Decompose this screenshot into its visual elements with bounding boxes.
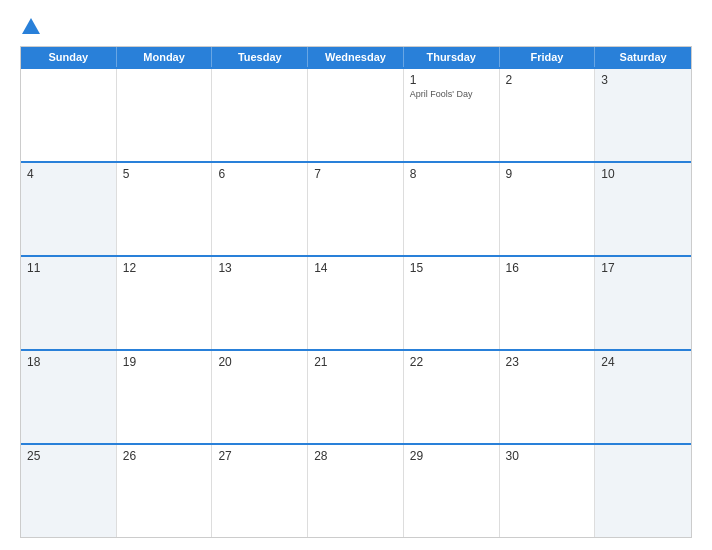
calendar-row: 11121314151617 [21,255,691,349]
day-number: 10 [601,167,685,181]
calendar-cell: 11 [21,257,117,349]
day-number: 22 [410,355,493,369]
day-number: 6 [218,167,301,181]
calendar-cell [308,69,404,161]
day-number: 9 [506,167,589,181]
calendar-cell: 13 [212,257,308,349]
header [20,18,692,36]
weekday-monday: Monday [117,47,213,67]
weekday-tuesday: Tuesday [212,47,308,67]
calendar-page: Sunday Monday Tuesday Wednesday Thursday… [0,0,712,550]
calendar-cell: 5 [117,163,213,255]
calendar-cell: 19 [117,351,213,443]
day-number: 29 [410,449,493,463]
weekday-wednesday: Wednesday [308,47,404,67]
calendar-cell: 7 [308,163,404,255]
calendar-cell: 25 [21,445,117,537]
day-number: 28 [314,449,397,463]
calendar-row: 45678910 [21,161,691,255]
calendar-cell [212,69,308,161]
calendar-row: 1April Fools' Day23 [21,67,691,161]
calendar-cell: 14 [308,257,404,349]
calendar-cell: 22 [404,351,500,443]
calendar-cell [21,69,117,161]
day-number: 4 [27,167,110,181]
weekday-thursday: Thursday [404,47,500,67]
day-number: 26 [123,449,206,463]
event-label: April Fools' Day [410,89,493,101]
calendar-cell [117,69,213,161]
calendar-cell: 8 [404,163,500,255]
calendar-cell: 29 [404,445,500,537]
logo [20,18,40,36]
logo-triangle-icon [22,18,40,34]
day-number: 11 [27,261,110,275]
calendar-cell: 28 [308,445,404,537]
calendar-cell: 12 [117,257,213,349]
calendar-cell: 17 [595,257,691,349]
calendar-cell [595,445,691,537]
calendar-cell: 4 [21,163,117,255]
calendar-cell: 23 [500,351,596,443]
day-number: 3 [601,73,685,87]
day-number: 24 [601,355,685,369]
calendar-cell: 21 [308,351,404,443]
day-number: 15 [410,261,493,275]
day-number: 21 [314,355,397,369]
day-number: 14 [314,261,397,275]
day-number: 27 [218,449,301,463]
calendar-cell: 24 [595,351,691,443]
calendar-cell: 27 [212,445,308,537]
day-number: 5 [123,167,206,181]
calendar-cell: 9 [500,163,596,255]
calendar-cell: 1April Fools' Day [404,69,500,161]
calendar-cell: 15 [404,257,500,349]
day-number: 19 [123,355,206,369]
day-number: 20 [218,355,301,369]
calendar-cell: 2 [500,69,596,161]
calendar-cell: 16 [500,257,596,349]
calendar-cell: 18 [21,351,117,443]
calendar: Sunday Monday Tuesday Wednesday Thursday… [20,46,692,538]
day-number: 12 [123,261,206,275]
calendar-body: 1April Fools' Day23456789101112131415161… [21,67,691,537]
day-number: 25 [27,449,110,463]
calendar-cell: 10 [595,163,691,255]
day-number: 23 [506,355,589,369]
calendar-cell: 30 [500,445,596,537]
calendar-row: 252627282930 [21,443,691,537]
day-number: 2 [506,73,589,87]
day-number: 30 [506,449,589,463]
day-number: 16 [506,261,589,275]
weekday-sunday: Sunday [21,47,117,67]
day-number: 7 [314,167,397,181]
day-number: 17 [601,261,685,275]
calendar-cell: 20 [212,351,308,443]
calendar-cell: 3 [595,69,691,161]
weekday-saturday: Saturday [595,47,691,67]
weekday-friday: Friday [500,47,596,67]
day-number: 18 [27,355,110,369]
day-number: 8 [410,167,493,181]
day-number: 1 [410,73,493,87]
calendar-header: Sunday Monday Tuesday Wednesday Thursday… [21,47,691,67]
day-number: 13 [218,261,301,275]
calendar-cell: 26 [117,445,213,537]
calendar-cell: 6 [212,163,308,255]
calendar-row: 18192021222324 [21,349,691,443]
